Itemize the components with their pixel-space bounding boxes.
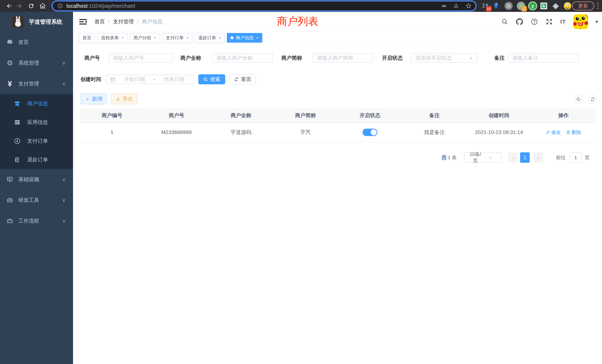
create-time-range-picker[interactable]: 开始日期 - 结束日期 xyxy=(106,75,194,84)
sidebar-item-label: 系统管理 xyxy=(18,60,39,66)
sidebar-item-home[interactable]: 首页 xyxy=(0,32,73,53)
delete-link[interactable]: 删除 xyxy=(566,129,581,136)
github-link-button[interactable] xyxy=(516,18,523,25)
export-button[interactable]: 导出 xyxy=(111,94,137,104)
avatar-menu-caret-icon[interactable]: ▾ xyxy=(595,19,598,25)
goto-page-input[interactable] xyxy=(570,152,581,163)
extension-y-icon[interactable]: y xyxy=(528,1,537,10)
sidebar-collapse-button[interactable] xyxy=(79,19,87,25)
tab-refund-order[interactable]: 退款订单× xyxy=(195,33,225,43)
tab-user-group[interactable]: 用户分组× xyxy=(130,33,160,43)
extension-gem-icon[interactable] xyxy=(492,1,500,10)
download-icon xyxy=(116,96,120,101)
home-icon xyxy=(39,3,46,9)
header-search-button[interactable] xyxy=(501,18,508,25)
sidebar-item-devtools[interactable]: 研发工具 ∨ xyxy=(0,190,73,211)
tab-label: 商户信息 xyxy=(236,35,254,41)
short-name-input[interactable] xyxy=(312,53,373,63)
extension-tasks-icon[interactable]: 10 xyxy=(481,1,490,10)
breadcrumb-pay[interactable]: 支付管理 xyxy=(113,18,134,25)
fullscreen-button[interactable] xyxy=(546,18,553,25)
help-doc-button[interactable] xyxy=(531,18,538,25)
sidebar-item-pay[interactable]: ¥ 支付管理 ∧ xyxy=(0,73,73,94)
column-remark: 备注 xyxy=(402,108,467,122)
breadcrumb-home[interactable]: 首页 xyxy=(95,18,105,25)
browser-back-button[interactable] xyxy=(5,2,13,10)
add-button[interactable]: ＋ 新增 xyxy=(81,94,107,104)
gear-icon: ⚙ xyxy=(6,59,13,67)
page-info-icon[interactable] xyxy=(57,3,63,9)
url-bar[interactable]: localhost:1024/pay/merchant xyxy=(52,0,476,11)
extension-command-icon[interactable]: ⌘ xyxy=(504,1,513,10)
sidebar-item-pay-order[interactable]: 支付订单 xyxy=(0,132,73,150)
sidebar-item-label: 首页 xyxy=(18,39,29,46)
tab-close-icon[interactable]: × xyxy=(219,35,221,40)
sidebar-logo-row[interactable]: 芋道管理系统 xyxy=(0,12,73,32)
forward-icon xyxy=(16,3,22,9)
tab-close-icon[interactable]: × xyxy=(186,35,189,40)
extension-profile-icon[interactable]: 1 xyxy=(516,1,526,10)
font-size-button[interactable]: tT xyxy=(560,19,566,25)
status-toggle[interactable] xyxy=(363,129,377,136)
url-text[interactable]: localhost:1024/pay/merchant xyxy=(66,3,135,9)
merchant-no-input[interactable] xyxy=(108,53,173,63)
tab-pay-order[interactable]: 支付订单× xyxy=(162,33,192,43)
add-button-label: 新增 xyxy=(92,96,103,103)
reset-button[interactable]: 重置 xyxy=(229,74,256,84)
extension-slides-icon[interactable] xyxy=(539,1,548,10)
browser-update-button[interactable]: 更新 xyxy=(572,1,594,10)
bookmark-star-icon[interactable] xyxy=(465,3,472,9)
cell-remark: 我是备注 xyxy=(402,122,467,142)
sidebar-item-app-info[interactable]: 应用信息 xyxy=(0,113,73,132)
search-icon xyxy=(501,18,508,25)
status-select[interactable]: 请选择开启状态 ∨ xyxy=(411,53,477,63)
toggle-search-panel-button[interactable] xyxy=(574,95,583,104)
browser-menu-button[interactable] xyxy=(596,1,600,10)
cell-status xyxy=(338,122,402,142)
sidebar-item-merchant-info[interactable]: 商户信息 xyxy=(0,94,73,113)
browser-home-button[interactable] xyxy=(39,2,47,10)
sidebar-item-label: 支付订单 xyxy=(27,138,48,145)
date-start-placeholder: 开始日期 xyxy=(119,76,150,83)
sidebar-item-refund-order[interactable]: 退款订单 xyxy=(0,150,73,169)
tab-close-icon[interactable]: × xyxy=(256,35,258,40)
search-button-label: 搜索 xyxy=(210,76,221,83)
full-name-input[interactable] xyxy=(212,53,273,63)
tab-home[interactable]: 首页 xyxy=(79,33,95,43)
share-icon[interactable] xyxy=(453,3,459,9)
merchant-no-label: 商户号 xyxy=(84,53,100,63)
tab-close-icon[interactable]: × xyxy=(121,35,124,40)
page-number-button[interactable]: 1 xyxy=(520,152,530,163)
tab-close-icon[interactable]: × xyxy=(154,35,156,40)
browser-reload-button[interactable] xyxy=(27,2,35,10)
cell-full-name: 芋道源码 xyxy=(209,122,273,142)
monitor-icon xyxy=(6,176,13,183)
tab-process-form[interactable]: 流程表单× xyxy=(97,33,128,43)
blue-gem-icon xyxy=(493,2,499,10)
browser-forward-button[interactable] xyxy=(15,2,23,10)
column-created-at: 创建时间 xyxy=(467,108,531,122)
sidebar-item-workflow[interactable]: 工作流程 ∨ xyxy=(0,211,73,231)
extension-puzzle-icon[interactable] xyxy=(551,1,560,10)
password-key-icon[interactable] xyxy=(441,3,447,9)
page-size-select[interactable]: 10条/页 ∨ xyxy=(464,152,502,163)
sidebar-item-system[interactable]: ⚙ 系统管理 ∨ xyxy=(0,53,73,73)
sidebar-item-infra[interactable]: 基础设施 ∨ xyxy=(0,169,73,190)
cell-created-at: 2021-10-23 08:31:14 xyxy=(467,122,531,142)
command-glyph: ⌘ xyxy=(505,2,513,10)
refresh-table-button[interactable] xyxy=(589,95,597,104)
next-page-button[interactable]: › xyxy=(533,152,543,163)
extension-emoji-icon[interactable] xyxy=(563,1,572,10)
dashboard-icon xyxy=(6,39,13,46)
prev-arrow-icon: ‹ xyxy=(512,154,514,161)
prev-page-button[interactable]: ‹ xyxy=(508,152,518,163)
tab-merchant-info[interactable]: 商户信息× xyxy=(227,33,262,43)
tab-label: 流程表单 xyxy=(101,35,119,41)
remark-input[interactable] xyxy=(508,53,578,63)
user-avatar[interactable] xyxy=(573,14,588,29)
search-button[interactable]: 搜索 xyxy=(198,74,225,84)
edit-link[interactable]: 修改 xyxy=(546,129,561,136)
extension-badge: 10 xyxy=(486,6,492,11)
briefcase-icon xyxy=(6,217,13,225)
remark-label: 备注 xyxy=(494,53,505,63)
